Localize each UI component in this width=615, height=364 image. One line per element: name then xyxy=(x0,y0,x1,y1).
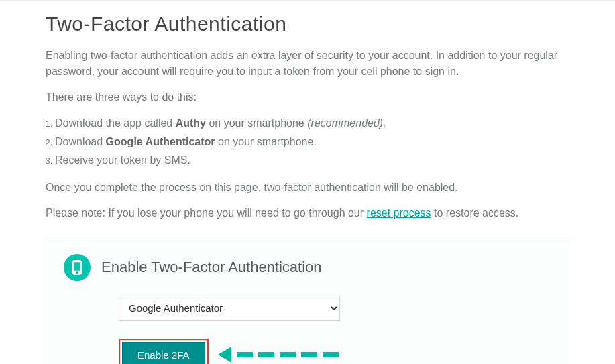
intro-text: Enabling two-factor authentication adds … xyxy=(46,48,569,80)
list-item: Receive your token by SMS. xyxy=(55,151,569,169)
button-row: Enable 2FA xyxy=(119,339,551,364)
please-note-post: to restore access. xyxy=(431,207,519,219)
complete-note: Once you complete the process on this pa… xyxy=(46,180,569,196)
arrow-dash xyxy=(237,352,253,357)
arrow-annotation xyxy=(218,347,339,363)
reset-process-link[interactable]: reset process xyxy=(367,207,431,219)
card-header: Enable Two-Factor Authentication xyxy=(64,254,551,281)
list-text: Download xyxy=(55,136,106,147)
list-text: on your smartphone xyxy=(206,117,307,129)
recommended-label: (recommended). xyxy=(307,117,386,129)
methods-list: Download the app called Authy on your sm… xyxy=(46,115,569,169)
highlight-outline: Enable 2FA xyxy=(119,339,209,364)
arrow-head-icon xyxy=(218,347,231,363)
ways-intro: There are three ways to do this: xyxy=(46,89,569,105)
arrow-dash xyxy=(323,352,339,357)
arrow-dash xyxy=(301,352,317,357)
arrow-dash xyxy=(280,352,296,357)
page-title: Two-Factor Authentication xyxy=(46,13,569,36)
list-item: Download Google Authenticator on your sm… xyxy=(55,133,569,151)
auth-method-select[interactable]: Google Authenticator xyxy=(119,296,340,321)
phone-icon xyxy=(64,254,91,281)
arrow-dash xyxy=(258,352,274,357)
list-item: Download the app called Authy on your sm… xyxy=(55,115,569,132)
form-row: Google Authenticator Enable 2FA xyxy=(64,296,551,364)
enable-2fa-card: Enable Two-Factor Authentication Google … xyxy=(46,239,569,364)
please-note-pre: Please note: If you lose your phone you … xyxy=(46,207,367,219)
enable-2fa-button[interactable]: Enable 2FA xyxy=(122,342,205,364)
card-title: Enable Two-Factor Authentication xyxy=(101,259,322,276)
please-note: Please note: If you lose your phone you … xyxy=(46,205,569,221)
list-bold: Google Authenticator xyxy=(106,136,215,147)
list-text: Download the app called xyxy=(55,117,176,129)
list-bold: Authy xyxy=(176,117,206,129)
list-text: on your smartphone. xyxy=(215,136,317,147)
